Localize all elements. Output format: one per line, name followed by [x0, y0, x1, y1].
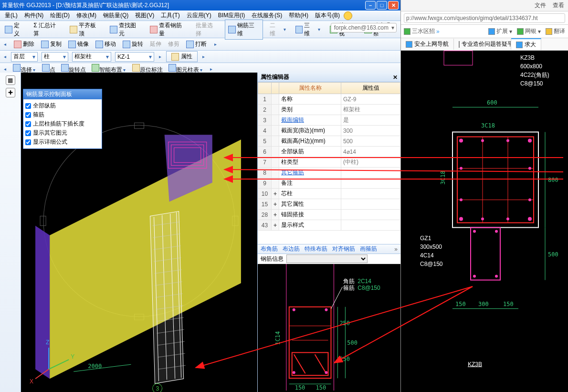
sec3d-button[interactable]: 三维▾ — [294, 21, 323, 39]
row-value[interactable]: 300 — [341, 126, 400, 136]
move-button[interactable]: 移动 — [95, 40, 116, 48]
category-select[interactable]: 柱 — [42, 52, 68, 62]
prop-row[interactable]: 4 截面宽(B边)(mm) 300 — [258, 126, 400, 136]
row-value[interactable]: 500 — [341, 136, 400, 147]
row-value[interactable] — [341, 210, 400, 220]
chk-other-elem[interactable]: 显示其它图元 — [25, 128, 100, 138]
chev-icon[interactable]: ◂ — [3, 54, 7, 59]
row-value[interactable] — [341, 178, 400, 189]
prop-row[interactable]: 1 名称 GZ-9 — [258, 94, 400, 105]
menu-view[interactable]: 查看 — [553, 1, 564, 10]
tab-active[interactable]: 求大 — [511, 38, 541, 50]
cross-section-view[interactable]: 角筋 2C14 箍筋 C8@150 250 250 500 150 150 — [258, 264, 400, 392]
row-value[interactable]: 是 — [341, 115, 400, 126]
chev-icon[interactable]: ▸ — [201, 54, 206, 59]
chk-all-longitudinal[interactable]: 全部纵筋 — [25, 101, 100, 110]
sec2d-button[interactable]: 二维▾ — [268, 21, 288, 39]
tab-special[interactable]: 特殊布筋 — [305, 245, 327, 253]
bank-button[interactable]: 网银 ▾ — [517, 27, 541, 35]
close-button[interactable]: ✕ — [388, 1, 399, 10]
menu-file[interactable]: 文件 — [535, 1, 546, 10]
chk-detail-formula[interactable]: 显示详细公式 — [25, 138, 100, 147]
findgy-button[interactable]: 查找图元 — [108, 21, 143, 39]
svg-point-74 — [460, 199, 463, 201]
tab-side[interactable]: 布边筋 — [283, 245, 300, 253]
fanyi-button[interactable]: 翻译 — [546, 27, 565, 35]
define-button[interactable]: 定义 — [3, 21, 27, 39]
prop-row[interactable]: 43 + 显示样式 — [258, 220, 400, 231]
viewsteel-button[interactable]: 查看钢筋量 — [148, 21, 189, 39]
expand-icon[interactable]: + — [272, 220, 279, 231]
menu-cloud[interactable]: 云应用(Y) — [184, 11, 214, 21]
prop-row[interactable]: 5 截面高(H边)(mm) 500 — [258, 136, 400, 147]
menu-tool[interactable]: 工具(T) — [158, 11, 182, 21]
prop-row[interactable]: 15 + 其它属性 — [258, 199, 400, 210]
minimize-button[interactable]: – — [365, 1, 376, 10]
row-value[interactable]: (中柱) — [341, 157, 400, 168]
prop-row[interactable]: 9 备注 — [258, 178, 400, 189]
row-value[interactable]: 框架柱 — [341, 105, 400, 115]
fav-sanshu[interactable]: 三水区招 — [412, 27, 435, 35]
row-value[interactable] — [341, 168, 400, 178]
mirror-button[interactable]: 镜像 — [68, 40, 89, 48]
prop-row[interactable]: 6 全部纵筋 4⌀14 — [258, 147, 400, 157]
tab-align[interactable]: 对齐钢筋 — [332, 245, 355, 253]
chev-icon[interactable]: ◂ — [3, 66, 7, 72]
maximize-button[interactable]: □ — [377, 1, 387, 10]
row-value[interactable] — [341, 189, 400, 199]
menu-modify[interactable]: 修改(M) — [74, 11, 99, 21]
row-value[interactable]: GZ-9 — [341, 94, 400, 105]
prop-row[interactable]: 2 类别 框架柱 — [258, 105, 400, 115]
chev-icon[interactable]: ▸ — [158, 54, 162, 59]
url-input[interactable] — [404, 13, 565, 23]
svg-text:800: 800 — [548, 177, 558, 183]
chev-right-icon[interactable]: » — [394, 246, 398, 253]
row-value[interactable] — [341, 220, 400, 231]
chev-left-icon[interactable]: ◂ — [3, 42, 7, 47]
tool-sq-1[interactable]: ▦ — [6, 75, 15, 85]
floor-select[interactable]: 首层 — [11, 52, 38, 62]
close-icon[interactable]: ✕ — [393, 74, 398, 81]
expand-icon[interactable]: + — [272, 210, 279, 220]
prop-row[interactable]: 3 截面编辑 是 — [258, 115, 400, 126]
chk-stirrup[interactable]: 箍筋 — [25, 110, 100, 119]
menu-view[interactable]: 视图(V) — [132, 11, 157, 21]
tab-corner[interactable]: 布角筋 — [261, 245, 278, 253]
steel-info-select[interactable] — [286, 254, 368, 263]
prop-row[interactable]: 7 柱类型 (中柱) — [258, 157, 400, 168]
menu-draw[interactable]: 绘图(D) — [47, 11, 73, 21]
row-value[interactable]: 4⌀14 — [341, 147, 400, 157]
expand-icon[interactable]: + — [272, 199, 279, 210]
tab-safenav[interactable]: 安全上网导航 — [401, 39, 454, 50]
prop-row[interactable]: 8 其它箍筋 — [258, 168, 400, 178]
menu-version[interactable]: 版本号(B) — [312, 11, 343, 21]
break-button[interactable]: 打断 — [186, 40, 207, 48]
row-value[interactable] — [341, 199, 400, 210]
menu-component[interactable]: 构件(N) — [21, 11, 47, 21]
expand-icon[interactable]: + — [272, 189, 279, 199]
copy-button[interactable]: 复制 — [41, 40, 62, 48]
prop-row[interactable]: 28 + 锚固搭接 — [258, 210, 400, 220]
menu-help[interactable]: 帮助(H) — [286, 11, 311, 21]
chev-icon[interactable]: ▸ — [209, 66, 213, 72]
prop-row[interactable]: 10 + 芯柱 — [258, 189, 400, 199]
delete-button[interactable]: 删除 — [14, 40, 34, 48]
tab-stirrup[interactable]: 画箍筋 — [360, 245, 377, 253]
type-select[interactable]: 框架柱 — [72, 52, 111, 62]
chev-right-icon[interactable]: ▸ — [213, 42, 218, 47]
sum-button[interactable]: Σ 汇总计算 — [32, 21, 63, 39]
browser-body[interactable]: KZ3B 600x800 4C22(角筋) C8@150 3C18 3C18 6… — [401, 51, 568, 392]
tab-qa[interactable]: 专业造价问题答疑平台-广联 — [454, 39, 511, 50]
user-menu[interactable]: forpk.chen@163.com — [331, 23, 397, 32]
chk-upper-insert[interactable]: 上层柱插筋下插长度 — [25, 119, 100, 128]
ext-button[interactable]: 扩展 ▾ — [488, 27, 512, 35]
property-button[interactable]: 属性 — [166, 51, 198, 62]
tool-sq-2[interactable]: ✚ — [6, 88, 15, 97]
menu-l[interactable]: 量(L) — [2, 11, 21, 21]
menu-steel[interactable]: 钢筋量(Q) — [100, 11, 131, 21]
viewport-3d[interactable]: 钢筋显示控制面板 全部纵筋 箍筋 上层柱插筋下插长度 显示其它图元 显示详细公式 — [21, 73, 257, 392]
name-select[interactable]: KZ-1 — [115, 52, 154, 62]
flat-button[interactable]: 平齐板顶 — [68, 21, 103, 39]
rotate-button[interactable]: 旋转 — [123, 40, 143, 48]
steel3d-button[interactable]: 钢筋三维 — [225, 20, 263, 40]
